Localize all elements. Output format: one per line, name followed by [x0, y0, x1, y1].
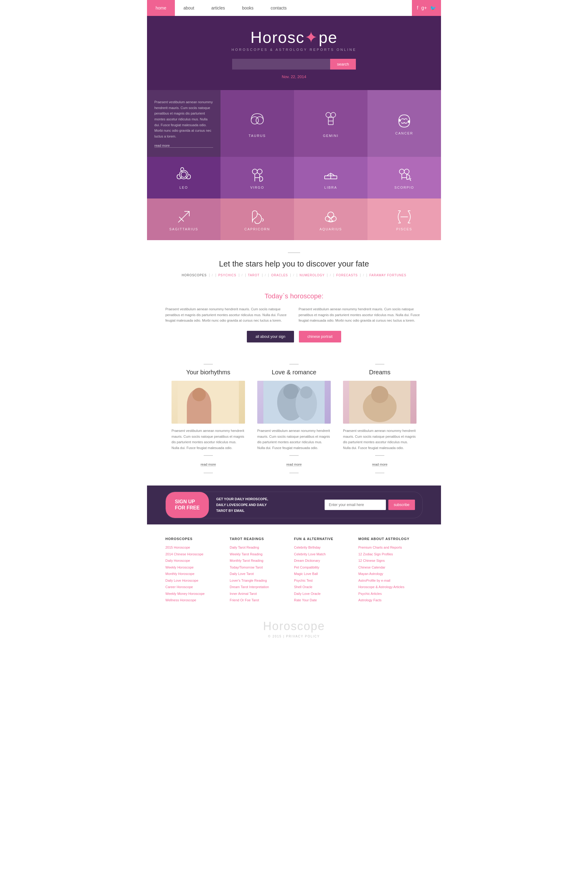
footer-link[interactable]: Daily Love Oracle — [294, 591, 352, 596]
nav-articles[interactable]: articles — [203, 0, 233, 16]
tagline-link-horoscopes[interactable]: HOROSCOPES — [179, 273, 210, 277]
signup-description: GET YOUR DAILY HOROSCOPE,DAILY LOVESCOPE… — [216, 496, 310, 513]
googleplus-icon[interactable]: g+ — [422, 5, 427, 11]
tagline-title: Let the stars help you to discover your … — [153, 259, 435, 268]
footer-link[interactable]: Wellness Horoscope — [165, 598, 224, 603]
footer-link[interactable]: 2015 Horoscope — [165, 545, 224, 550]
footer-link[interactable]: Daily Horoscope — [165, 558, 224, 563]
facebook-icon[interactable]: f — [417, 5, 418, 11]
footer-link[interactable]: Dream Dictionary — [294, 558, 352, 563]
zodiac-virgo[interactable]: VIRGO — [220, 157, 294, 198]
footer-link[interactable]: Premium Charts and Reports — [358, 545, 417, 550]
libra-icon — [322, 166, 340, 186]
signup-right: subscribe — [317, 500, 422, 510]
footer-link[interactable]: Inner Animal Tarot — [230, 591, 288, 596]
footer-link[interactable]: Weekly Tarot Reading — [230, 552, 288, 557]
card3-read-more[interactable]: read more — [372, 462, 387, 466]
cancer-icon — [395, 112, 413, 131]
card1-read-more[interactable]: read more — [201, 462, 216, 466]
footer-link[interactable]: Daily Love Tarot — [230, 571, 288, 576]
footer-links-section: HOROSCOPES 2015 Horoscope 2014 Chinese H… — [147, 524, 441, 614]
nav-about[interactable]: about — [175, 0, 203, 16]
footer-link[interactable]: Rate Your Date — [294, 598, 352, 603]
all-about-sign-button[interactable]: all about your sign — [247, 331, 294, 342]
footer-link[interactable]: Celebrity Birthday — [294, 545, 352, 550]
footer-link[interactable]: Astrology Facts — [358, 598, 417, 603]
tagline-link-forecasts[interactable]: FORECASTS — [334, 273, 360, 277]
footer-link[interactable]: Daily Love Horoscope — [165, 578, 224, 583]
footer-link[interactable]: AstroProfile by e-mail — [358, 578, 417, 583]
footer-link[interactable]: Magic Love Ball — [294, 571, 352, 576]
nav-contacts[interactable]: contacts — [262, 0, 295, 16]
pisces-label: PISCES — [396, 227, 412, 231]
footer-link[interactable]: Celebrity Love Match — [294, 552, 352, 557]
signup-title: SIGN UPFOR FREE — [175, 499, 200, 512]
signup-subscribe-button[interactable]: subscribe — [388, 500, 415, 510]
footer-link[interactable]: Weekly Horoscope — [165, 565, 224, 570]
tagline-link-numerology[interactable]: NUMEROLOGY — [297, 273, 327, 277]
sagittarius-icon — [175, 208, 193, 227]
footer-link[interactable]: Monthly Horoscope — [165, 571, 224, 576]
nav-books[interactable]: books — [233, 0, 262, 16]
footer-link[interactable]: Chinese Calendar — [358, 565, 417, 570]
footer-link[interactable]: Psychic Test — [294, 578, 352, 583]
card2-image — [257, 381, 331, 424]
footer-col-more: MORE ABOUT ASTROLOGY Premium Charts and … — [358, 537, 423, 604]
taurus-icon — [248, 110, 266, 131]
card3-image — [343, 381, 417, 424]
zodiac-read-more[interactable]: read more — [154, 144, 213, 148]
virgo-icon — [248, 166, 266, 186]
zodiac-leo[interactable]: LEO — [147, 157, 220, 198]
cancer-label: CANCER — [395, 131, 413, 135]
chinese-portrait-button[interactable]: chinese portrait — [299, 331, 341, 342]
zodiac-gemini[interactable]: GEMINI — [294, 90, 368, 157]
tagline-link-faraway[interactable]: FARAWAY FORTUNES — [367, 273, 409, 277]
svg-point-9 — [399, 120, 400, 121]
footer-link[interactable]: Shell Oracle — [294, 585, 352, 590]
footer-col4-title: MORE ABOUT ASTROLOGY — [358, 537, 417, 541]
search-input[interactable] — [232, 59, 330, 69]
zodiac-libra[interactable]: LIBRA — [294, 157, 368, 198]
zodiac-aquarius[interactable]: AQUARIUS — [294, 198, 368, 240]
zodiac-pisces[interactable]: PISCES — [368, 198, 441, 240]
tagline-link-tarot[interactable]: TAROT — [246, 273, 262, 277]
tagline-link-psychics[interactable]: PSYCHICS — [216, 273, 239, 277]
footer-link[interactable]: Today/Tomorrow Tarot — [230, 565, 288, 570]
footer-link[interactable]: Mayan Astrology — [358, 571, 417, 576]
card2-read-more[interactable]: read more — [286, 462, 302, 466]
footer-link[interactable]: 12 Zodiac Sign Profiles — [358, 552, 417, 557]
footer-link[interactable]: Lover's Triangle Reading — [230, 578, 288, 583]
footer-link[interactable]: Daily Tarot Reading — [230, 545, 288, 550]
svg-rect-43 — [187, 405, 212, 424]
card3-divider — [375, 364, 384, 364]
footer-link[interactable]: 2014 Chinese Horoscope — [165, 552, 224, 557]
signup-email-input[interactable] — [325, 500, 386, 510]
hero-star: ✦ — [304, 28, 318, 46]
card3-title: Dreams — [343, 369, 417, 376]
tagline-link-oracles[interactable]: ORACLES — [268, 273, 291, 277]
footer-link[interactable]: Career Horoscope — [165, 585, 224, 590]
todays-col1: Praesent vestibulum aenean nonummy hendr… — [165, 306, 290, 324]
svg-point-23 — [399, 169, 404, 174]
virgo-label: VIRGO — [250, 186, 264, 189]
footer-link[interactable]: Horoscope & Astrology Articles — [358, 585, 417, 590]
zodiac-cancer[interactable]: CANCER — [368, 90, 441, 157]
pisces-icon — [395, 208, 413, 227]
footer-link[interactable]: Weekly Money Horoscope — [165, 591, 224, 596]
zodiac-taurus[interactable]: TAURUS — [220, 90, 294, 157]
footer-link[interactable]: Monthly Tarot Reading — [230, 558, 288, 563]
footer-link[interactable]: Friend Or Foe Tarot — [230, 598, 288, 603]
zodiac-capricorn[interactable]: CAPRICORN — [220, 198, 294, 240]
footer-link[interactable]: 12 Chinese Signs — [358, 558, 417, 563]
zodiac-scorpio[interactable]: SCORPIO — [368, 157, 441, 198]
footer-link[interactable]: Dream Tarot Interpretation — [230, 585, 288, 590]
zodiac-sagittarius[interactable]: SAGITTARIUS — [147, 198, 220, 240]
nav-home[interactable]: home — [147, 0, 175, 16]
signup-section: SIGN UPFOR FREE GET YOUR DAILY HOROSCOPE… — [147, 486, 441, 525]
footer-col-tarot: TAROT READINGS Daily Tarot Reading Weekl… — [230, 537, 294, 604]
zodiac-intro-text: Praesent vestibulum aenean nonummy hendr… — [154, 99, 213, 140]
footer-link[interactable]: Pet Compatibility — [294, 565, 352, 570]
twitter-icon[interactable]: 🐦 — [430, 5, 436, 11]
search-button[interactable]: search — [330, 59, 356, 69]
footer-link[interactable]: Psychic Articles — [358, 591, 417, 596]
